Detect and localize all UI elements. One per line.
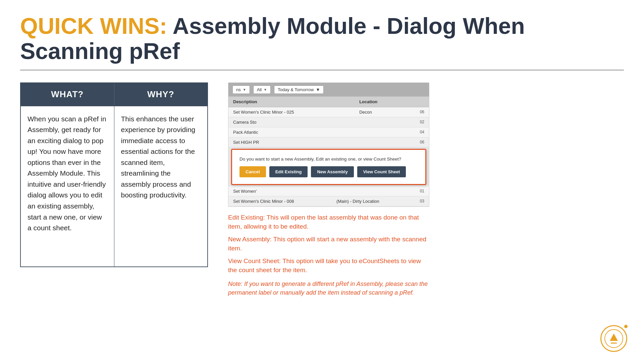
- logo-inner-circle: [604, 329, 623, 348]
- table-cell-description: Set HIGH PR: [228, 137, 355, 147]
- col2-header: WHY?: [114, 83, 208, 106]
- table-cell-location: Decon: [355, 107, 404, 117]
- table-cell-code: 06: [404, 137, 429, 147]
- chevron-down-icon: ▼: [243, 88, 246, 92]
- col2-body: This enhances the user experience by pro…: [114, 106, 208, 266]
- screenshot-container: ns ▼ All ▼ Today & Tomorrow ▼: [228, 82, 429, 207]
- screenshot-table-bottom: Set Women' 01 Set Women's Clinic Minor -…: [228, 186, 429, 206]
- table-cell-location: [355, 117, 404, 127]
- toolbar-dropdown-1[interactable]: ns ▼: [232, 85, 250, 94]
- descriptions: Edit Existing: This will open the last a…: [228, 213, 429, 297]
- cancel-button[interactable]: Cancel: [239, 166, 266, 177]
- logo-circle: [600, 325, 627, 352]
- table-row: Camera Sto 02: [228, 117, 429, 127]
- main-content: WHAT? WHY? When you scan a pRef in Assem…: [20, 82, 624, 297]
- table-row: Set Women' 01: [228, 186, 429, 196]
- table-cell-code: 01: [409, 186, 429, 196]
- toolbar-dropdown-2[interactable]: All ▼: [253, 85, 271, 94]
- new-assembly-button[interactable]: New Assembly: [311, 166, 354, 177]
- dialog-question: Do you want to start a new Assembly, Edi…: [239, 157, 418, 162]
- note-desc: Note: If you want to generate a differen…: [228, 280, 429, 297]
- view-count-sheet-desc: View Count Sheet: This option will take …: [228, 256, 429, 275]
- logo-dot: [624, 325, 628, 328]
- edit-existing-desc: Edit Existing: This will open the last a…: [228, 213, 429, 231]
- table-row: Set Women's Clinic Minor - 008 (Main) - …: [228, 196, 429, 206]
- table-col3-header: [404, 97, 429, 107]
- table-cell-code: 04: [404, 127, 429, 137]
- logo-triangle-icon: [610, 334, 618, 341]
- table-cell-code: 06: [404, 107, 429, 117]
- today-tomorrow-dropdown[interactable]: Today & Tomorrow ▼: [274, 85, 324, 94]
- chevron-down-icon-3: ▼: [316, 87, 320, 92]
- quick-wins-label: QUICK WINS:: [20, 13, 167, 39]
- edit-existing-button[interactable]: Edit Existing: [269, 166, 308, 177]
- dropdown3-label: Today & Tomorrow: [278, 87, 314, 92]
- col1-header: WHAT?: [21, 83, 114, 106]
- view-count-sheet-button[interactable]: View Count Sheet: [357, 166, 406, 177]
- table-col1-header: Description: [228, 97, 355, 107]
- dialog-buttons: Cancel Edit Existing New Assembly View C…: [239, 166, 418, 177]
- table-cell-description: Set Women's Clinic Minor - 025: [228, 107, 355, 117]
- table-cell-code: 02: [404, 117, 429, 127]
- dropdown1-label: ns: [236, 87, 241, 92]
- page-title: QUICK WINS: Assembly Module - Dialog Whe…: [20, 13, 624, 64]
- table-body-row: When you scan a pRef in Assembly, get re…: [21, 106, 207, 266]
- table-cell-location: [355, 137, 404, 147]
- logo-container: [600, 325, 627, 352]
- col1-body: When you scan a pRef in Assembly, get re…: [21, 106, 114, 266]
- table-row: Set Women's Clinic Minor - 025 Decon 06: [228, 107, 429, 117]
- dropdown2-label: All: [257, 87, 262, 92]
- table-cell-location: (Main) - Dirty Location: [332, 196, 409, 206]
- table-cell-description: Set Women': [228, 186, 332, 196]
- chevron-down-icon-2: ▼: [264, 88, 267, 92]
- table-cell-description: Camera Sto: [228, 117, 355, 127]
- table-row: Pack Atlantic 04: [228, 127, 429, 137]
- table-cell-description: Set Women's Clinic Minor - 008: [228, 196, 332, 206]
- table-header-row: WHAT? WHY?: [21, 83, 207, 106]
- table-cell-description: Pack Atlantic: [228, 127, 355, 137]
- dialog-box: Do you want to start a new Assembly, Edi…: [231, 149, 426, 185]
- table-cell-code: 03: [409, 196, 429, 206]
- table-row: Set HIGH PR 06: [228, 137, 429, 147]
- what-why-table: WHAT? WHY? When you scan a pRef in Assem…: [20, 82, 208, 267]
- right-panel: ns ▼ All ▼ Today & Tomorrow ▼: [228, 82, 624, 297]
- table-cell-location: [332, 186, 409, 196]
- page-container: QUICK WINS: Assembly Module - Dialog Whe…: [0, 0, 644, 362]
- screenshot-toolbar: ns ▼ All ▼ Today & Tomorrow ▼: [228, 83, 429, 97]
- table-cell-location: [355, 127, 404, 137]
- header-divider: [20, 70, 624, 70]
- screenshot-table: Description Location Set Women's Clinic …: [228, 97, 429, 147]
- new-assembly-desc: New Assembly: This option will start a n…: [228, 235, 429, 253]
- table-col2-header: Location: [355, 97, 404, 107]
